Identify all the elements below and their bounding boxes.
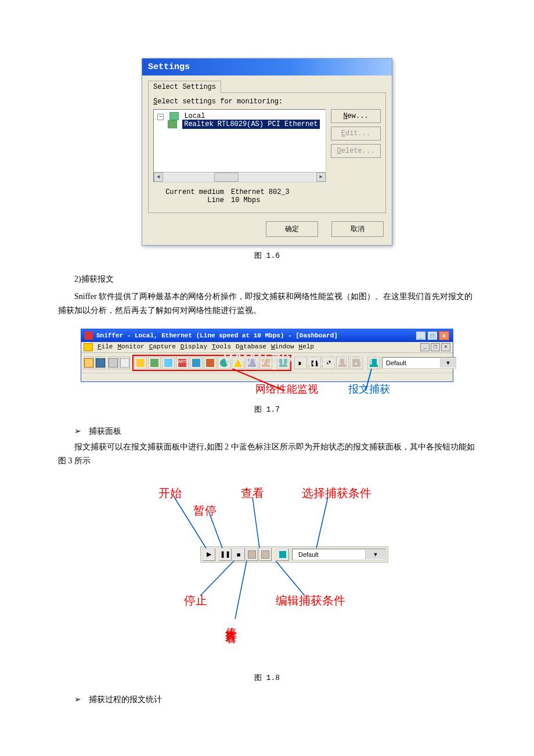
matrix-icon[interactable]	[162, 357, 175, 369]
open-icon[interactable]	[84, 357, 94, 369]
history-icon[interactable]	[204, 357, 217, 369]
cap-pause-icon[interactable]: ❚❚	[308, 357, 321, 369]
figure-caption-16: 图 1.6	[58, 250, 476, 261]
bullet-arrow-icon: ➢	[74, 426, 86, 436]
btn-start[interactable]: ▶	[203, 548, 215, 561]
figure-caption-18: 图 1.8	[58, 672, 476, 683]
capture-toolbar: ▶ ❚❚ ■ Default ▼	[200, 546, 388, 563]
annotation-arrows-18	[131, 480, 403, 665]
label-pause: 暂停	[193, 503, 217, 519]
line-label: Line	[154, 196, 231, 204]
cap-stopview-icon[interactable]	[336, 357, 349, 369]
alarm-icon[interactable]	[232, 357, 244, 369]
menu-help[interactable]: Help	[299, 343, 314, 351]
paragraph-2: 报文捕获可以在报文捕获面板中进行,如图 2 中蓝色标注区所示即为开始状态的报文捕…	[58, 440, 476, 468]
app-icon	[85, 332, 93, 340]
capture-toolbar-diagram: ▶ ❚❚ ■ Default ▼	[131, 480, 403, 665]
scroll-left-icon[interactable]: ◄	[154, 172, 163, 182]
cap-view-icon[interactable]	[350, 357, 363, 369]
hostmap-icon[interactable]	[148, 357, 161, 369]
capture-profile-combo[interactable]: Default ▼	[382, 357, 456, 369]
label-stop-view: 停止并查看	[223, 618, 239, 624]
tab-select-settings[interactable]: Select Settings	[148, 81, 221, 93]
label-perf-monitor: 网络性能监视	[255, 382, 318, 396]
profile-combo[interactable]: Default ▼	[292, 549, 386, 560]
combo-drop-icon[interactable]: ▼	[440, 358, 456, 368]
capture-toolbar-group: ▶ ❚❚ ■	[294, 356, 381, 370]
section-2-title: 2)捕获报文	[74, 272, 476, 286]
menu-window[interactable]: Window	[271, 343, 294, 351]
save-icon[interactable]	[95, 357, 106, 369]
menu-file[interactable]: File	[98, 343, 113, 351]
label-view: 查看	[241, 485, 264, 501]
menu-app-icon	[84, 343, 93, 351]
profile-combo-drop-icon[interactable]: ▼	[365, 550, 385, 559]
mdi-min-icon[interactable]: _	[420, 343, 430, 351]
close-icon[interactable]: ×	[439, 331, 449, 340]
bullet-capture-panel: ➢ 捕获面板	[74, 426, 476, 437]
btn-view[interactable]	[259, 548, 272, 561]
protocol-icon[interactable]	[190, 357, 203, 369]
host-icon	[169, 112, 179, 120]
cap-edit-icon[interactable]	[367, 357, 380, 369]
svg-line-6	[200, 561, 234, 596]
ok-button[interactable]: 确定	[266, 221, 318, 237]
menu-capture[interactable]: Capture	[149, 343, 176, 351]
btn-edit-filter[interactable]	[276, 548, 289, 561]
scroll-thumb[interactable]	[214, 172, 239, 182]
settings-tree[interactable]: − Local Realtek RTL8029(AS) PCI Ethernet…	[153, 109, 326, 182]
medium-label: Current medium	[154, 188, 231, 196]
tree-nic-label[interactable]: Realtek RTL8029(AS) PCI Ethernet	[182, 120, 319, 129]
dashboard-icon[interactable]	[134, 357, 147, 369]
tree-scrollbar[interactable]: ◄ ►	[154, 172, 326, 182]
tool3-icon[interactable]	[277, 357, 290, 369]
tool2-icon[interactable]	[259, 357, 272, 369]
perf-toolbar-group: ART	[132, 355, 291, 371]
menu-display[interactable]: Display	[181, 343, 207, 351]
prompt-label: Select settings for monitoring:	[153, 98, 381, 106]
line-value: 10 Mbps	[231, 196, 260, 204]
global-icon[interactable]	[218, 357, 230, 369]
tool1-icon[interactable]	[246, 357, 258, 369]
svg-line-7	[235, 561, 247, 619]
mdi-close-icon[interactable]: ×	[441, 343, 450, 351]
menu-bar[interactable]: File Monitor Capture Display Tools Datab…	[81, 342, 453, 353]
bullet-arrow-icon-2: ➢	[74, 694, 86, 704]
label-stop: 停止	[184, 593, 207, 609]
label-capture: 报文捕获	[348, 382, 390, 396]
dialog-title: Settings	[142, 59, 392, 75]
maximize-icon[interactable]: □	[427, 331, 438, 340]
new-button[interactable]: New...	[331, 109, 381, 123]
svg-line-8	[276, 561, 305, 596]
btn-stop-view[interactable]	[246, 548, 258, 561]
delete-button: Delete...	[331, 144, 381, 158]
paragraph-1: Sniffer 软件提供了两种最基本的网络分析操作，即报文捕获和网络性能监视（如…	[58, 290, 476, 318]
scroll-right-icon[interactable]: ►	[316, 172, 326, 182]
btn-stop[interactable]: ■	[232, 548, 245, 561]
doc-icon[interactable]	[120, 357, 130, 369]
cap-start-icon[interactable]: ▶	[294, 357, 307, 369]
minimize-icon[interactable]: _	[416, 331, 426, 340]
profile-combo-value: Default	[293, 551, 324, 558]
bullet-capture-stats: ➢ 捕获过程的报文统计	[74, 694, 476, 705]
label-start: 开始	[158, 485, 182, 501]
sniffer-window: Sniffer - Local, Ethernet (Line speed at…	[81, 329, 453, 382]
tree-root-label: Local	[184, 112, 205, 120]
menu-monitor[interactable]: Monitor	[117, 343, 144, 351]
art-icon[interactable]: ART	[176, 357, 189, 369]
edit-button: Edit...	[331, 127, 381, 141]
cap-stop-icon[interactable]: ■	[322, 357, 335, 369]
btn-pause[interactable]: ❚❚	[219, 548, 232, 561]
app-titlebar: Sniffer - Local, Ethernet (Line speed at…	[81, 329, 453, 342]
menu-tools[interactable]: Tools	[212, 343, 231, 351]
collapse-icon[interactable]: −	[157, 114, 164, 120]
cancel-button[interactable]: 取消	[331, 221, 384, 237]
settings-dialog: Settings Select Settings Select settings…	[142, 58, 392, 246]
medium-value: Ethernet 802_3	[231, 188, 290, 196]
print-icon[interactable]	[108, 357, 118, 369]
mdi-max-icon[interactable]: □	[431, 343, 440, 351]
svg-line-4	[252, 497, 259, 548]
combo-value: Default	[383, 359, 410, 366]
figure-caption-17: 图 1.7	[58, 404, 476, 415]
menu-database[interactable]: Database	[236, 343, 266, 351]
